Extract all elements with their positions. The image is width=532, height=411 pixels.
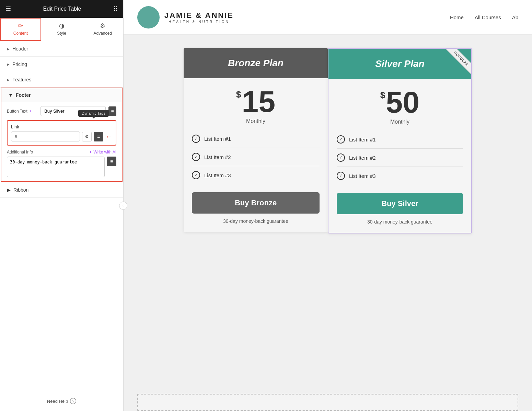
popular-ribbon-label: POPULAR <box>445 49 471 75</box>
link-input-row: ⚙ ≡ ← <box>11 132 112 141</box>
bronze-plan-name: Bronze Plan <box>190 58 321 69</box>
button-text-db-icon[interactable]: ≡ <box>108 106 116 116</box>
check-icon: ✓ <box>192 171 200 179</box>
nav-link-home[interactable]: Home <box>450 14 464 20</box>
bronze-price-dollar: $ <box>236 89 241 100</box>
panel-title: Edit Price Table <box>43 6 81 12</box>
tab-content[interactable]: ✏ Content <box>0 18 41 41</box>
buy-bronze-button[interactable]: Buy Bronze <box>192 192 320 214</box>
silver-price-dollar: $ <box>380 90 385 101</box>
tab-style[interactable]: ◑ Style <box>41 18 82 41</box>
bronze-features-list: ✓ List Item #1 ✓ List Item #2 ✓ List Ite… <box>184 127 328 187</box>
nav-link-courses[interactable]: All Courses <box>475 14 501 20</box>
nav-links: Home All Courses Ab <box>450 14 518 20</box>
need-help[interactable]: Need Help ? <box>0 391 123 411</box>
footer-section-header[interactable]: ▼ Footer <box>1 88 122 102</box>
gear-icon: ⚙ <box>100 22 105 30</box>
silver-price-period: Monthly <box>335 119 464 125</box>
dashed-footer-bar <box>137 394 518 411</box>
logo-sub: HEALTH & NUTRITION <box>164 20 234 24</box>
chevron-down-icon: ▼ <box>8 92 13 98</box>
link-input[interactable] <box>11 132 80 141</box>
list-item: ✓ List Item #2 <box>337 149 463 167</box>
collapse-handle[interactable]: ‹ <box>119 202 127 210</box>
right-panel: JAMIE & ANNIE HEALTH & NUTRITION Home Al… <box>124 0 532 411</box>
tabs-row: ✏ Content ◑ Style ⚙ Advanced <box>0 18 123 41</box>
help-circle-icon: ? <box>70 398 76 404</box>
bronze-price-amount: 15 <box>242 87 275 117</box>
section-ribbon[interactable]: ▶ Ribbon <box>0 182 123 198</box>
bronze-price-row: $ 15 <box>190 87 321 117</box>
list-item: ✓ List Item #2 <box>192 148 320 166</box>
check-icon: ✓ <box>192 153 200 161</box>
panel-content: ▶ Header ▶ Pricing ▶ Features ▼ Footer B… <box>0 41 123 391</box>
silver-price-amount: 50 <box>386 87 419 117</box>
link-section: Dynamic Tags Link ⚙ ≡ ← <box>7 120 116 146</box>
silver-price-row: $ 50 <box>335 87 464 117</box>
grid-icon[interactable]: ⠿ <box>113 5 118 13</box>
list-item: ✓ List Item #1 <box>337 130 463 149</box>
section-header[interactable]: ▶ Header <box>0 41 123 57</box>
top-bar: ☰ Edit Price Table ⠿ <box>0 0 123 18</box>
section-footer: ▼ Footer Button Text ✦ ≡ Dynamic Tags <box>1 88 123 182</box>
button-text-field-row: Button Text ✦ ≡ <box>7 106 116 116</box>
additional-info-textarea[interactable]: 30-day money-back guarantee <box>7 157 105 177</box>
chevron-right-icon: ▶ <box>7 62 10 66</box>
chevron-right-icon: ▶ <box>7 187 11 193</box>
section-features[interactable]: ▶ Features <box>0 72 123 88</box>
list-item: ✓ List Item #1 <box>192 130 320 148</box>
site-nav: JAMIE & ANNIE HEALTH & NUTRITION Home Al… <box>124 0 532 34</box>
hamburger-icon[interactable]: ☰ <box>5 5 11 13</box>
button-text-input[interactable] <box>41 106 106 116</box>
popular-ribbon: POPULAR <box>440 49 471 80</box>
tab-advanced[interactable]: ⚙ Advanced <box>82 18 123 41</box>
silver-card-footer: Buy Silver 30-day money-back guarantee <box>328 187 471 233</box>
bronze-price-period: Monthly <box>190 118 321 124</box>
logo-circle <box>137 6 160 28</box>
additional-info-db-icon[interactable]: ≡ <box>107 157 116 166</box>
check-icon: ✓ <box>337 172 345 180</box>
bronze-card-header: Bronze Plan <box>184 48 328 78</box>
logo-text: JAMIE & ANNIE HEALTH & NUTRITION <box>164 11 234 24</box>
silver-card: POPULAR Silver Plan $ 50 Monthly ✓ List … <box>328 48 472 233</box>
bronze-card-footer: Buy Bronze 30-day money-back guarantee <box>184 187 328 232</box>
write-with-ai-link[interactable]: ✦ Write with AI <box>89 150 116 155</box>
buy-silver-button[interactable]: Buy Silver <box>337 193 463 214</box>
nav-link-about[interactable]: Ab <box>512 14 518 20</box>
button-text-label: Button Text ✦ <box>7 109 38 114</box>
ai-sparkle-icon: ✦ <box>29 109 32 113</box>
additional-info-label-row: Additional Info ✦ Write with AI <box>7 150 116 155</box>
chevron-right-icon: ▶ <box>7 78 10 82</box>
list-item: ✓ List Item #3 <box>337 167 463 185</box>
red-arrow-icon: ← <box>105 133 112 140</box>
bronze-card: Bronze Plan $ 15 Monthly ✓ List Item #1 … <box>184 48 328 232</box>
logo-area: JAMIE & ANNIE HEALTH & NUTRITION <box>137 6 234 28</box>
silver-price-area: $ 50 Monthly <box>328 79 471 128</box>
style-icon: ◑ <box>59 22 65 30</box>
link-settings-icon[interactable]: ⚙ <box>82 132 92 141</box>
link-db-icon[interactable]: ≡ <box>94 132 103 141</box>
left-panel: ☰ Edit Price Table ⠿ ✏ Content ◑ Style ⚙… <box>0 0 124 411</box>
silver-features-list: ✓ List Item #1 ✓ List Item #2 ✓ List Ite… <box>328 128 471 187</box>
link-label-row: Link <box>11 124 112 129</box>
list-item: ✓ List Item #3 <box>192 166 320 184</box>
link-label-text: Link <box>11 124 19 129</box>
additional-info-textarea-row: 30-day money-back guarantee ≡ <box>7 157 116 177</box>
additional-info-section: Additional Info ✦ Write with AI 30-day m… <box>7 150 116 177</box>
section-pricing[interactable]: ▶ Pricing <box>0 57 123 72</box>
check-icon: ✓ <box>337 135 345 144</box>
bronze-guarantee: 30-day money-back guarantee <box>192 218 320 224</box>
cards-area: Bronze Plan $ 15 Monthly ✓ List Item #1 … <box>124 34 532 387</box>
chevron-right-icon: ▶ <box>7 47 10 51</box>
check-icon: ✓ <box>192 135 200 143</box>
footer-fields: Button Text ✦ ≡ Dynamic Tags Link <box>1 102 122 181</box>
silver-guarantee: 30-day money-back guarantee <box>337 219 463 225</box>
check-icon: ✓ <box>337 153 345 162</box>
logo-name: JAMIE & ANNIE <box>164 11 234 20</box>
pencil-icon: ✏ <box>18 22 23 30</box>
bronze-price-area: $ 15 Monthly <box>184 78 328 127</box>
